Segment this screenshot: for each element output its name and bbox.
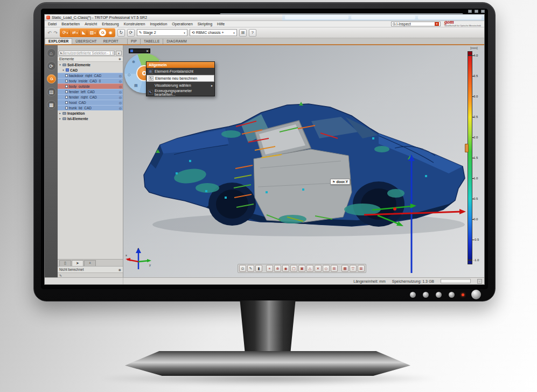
element-flag-label[interactable]: ⚑ door.Y: [330, 179, 350, 185]
chevron-down-icon[interactable]: ▾: [62, 68, 65, 72]
menu-erfassung[interactable]: Erfassung: [102, 22, 119, 26]
menu-datei[interactable]: Datei: [48, 22, 57, 26]
menu-hilfe[interactable]: Hilfe: [217, 22, 225, 26]
close-icon[interactable]: ✕: [146, 50, 149, 53]
menu-item-frontalansicht[interactable]: ⊞ Element-Frontalansicht: [147, 68, 214, 75]
pie-icon[interactable]: ▤: [134, 83, 138, 88]
tab-tabelle[interactable]: TABELLE: [140, 39, 163, 44]
viewport-tool-button[interactable]: ▦: [341, 265, 348, 272]
grid-view-button[interactable]: ⊞: [239, 29, 247, 37]
search-mode-icon[interactable]: [47, 74, 56, 83]
checkbox[interactable]: [65, 107, 68, 109]
viewport-tool-button[interactable]: ✎: [247, 265, 254, 272]
monitor-button[interactable]: [449, 292, 455, 298]
menu-item-erzeugungsparameter[interactable]: ✎ Erzeugungsparameter bearbeiten...: [147, 89, 214, 96]
rotate-tool-button[interactable]: ⟳▾: [61, 30, 69, 35]
visibility-icon[interactable]: ◎: [119, 106, 122, 110]
monitor-button[interactable]: [423, 292, 429, 298]
menu-konstruieren[interactable]: Konstruieren: [124, 22, 145, 26]
checkbox[interactable]: [65, 85, 68, 88]
visibility-icon[interactable]: ◎: [119, 74, 122, 78]
menu-skripting[interactable]: Skripting: [198, 22, 212, 26]
tree-node-cad[interactable]: ▾ CAD: [58, 67, 123, 73]
viewport-tool-button[interactable]: ⊠: [358, 265, 365, 272]
redo-icon[interactable]: ↷: [54, 30, 58, 36]
tree-node-ist-elemente[interactable]: ▸ Ist-Elemente: [58, 116, 123, 121]
grid-icon[interactable]: ▦: [47, 100, 56, 109]
minimize-icon[interactable]: [468, 10, 472, 13]
home-icon[interactable]: ⌂: [47, 48, 56, 58]
snapshot-button[interactable]: ◉: [108, 30, 114, 35]
i-inspect-button[interactable]: [99, 29, 106, 36]
menu-bearbeiten[interactable]: Bearbeiten: [61, 22, 80, 26]
search-dropdown-button[interactable]: ▾: [435, 22, 439, 26]
tab-pip[interactable]: PIP: [127, 39, 140, 44]
close-icon[interactable]: [481, 10, 485, 13]
tree-item-backdoor-right[interactable]: backdoor_right_CAD ◎: [58, 73, 123, 78]
checkbox[interactable]: [65, 101, 68, 104]
maximize-icon[interactable]: [475, 10, 478, 13]
selection-search-input[interactable]: Benutzerdefinierte Selektion - 1 E: [59, 51, 115, 55]
visibility-icon[interactable]: ◎: [119, 101, 122, 104]
chevron-right-icon[interactable]: ▸: [59, 117, 61, 120]
menu-item-neu-berechnen[interactable]: ↻ Elemente neu berechnen: [147, 75, 214, 82]
tab-explorer[interactable]: EXPLORER: [45, 38, 72, 44]
i-inspect-search[interactable]: I-Inspect ▾: [391, 22, 441, 26]
explorer-splitter[interactable]: [58, 45, 123, 50]
recalculate-button[interactable]: ↻: [117, 29, 125, 37]
refresh-button[interactable]: ⟳: [127, 29, 135, 37]
tab-cursor[interactable]: ➤: [72, 260, 83, 266]
checkbox[interactable]: [65, 80, 68, 82]
tab-diagramm[interactable]: DIAGRAMM: [163, 39, 190, 44]
scale-slider-handle[interactable]: [465, 144, 469, 152]
viewport-tool-button[interactable]: ▮: [255, 265, 262, 272]
viewport-tool-button[interactable]: ▢: [290, 265, 297, 272]
pie-icon[interactable]: ⊕: [132, 60, 135, 64]
tree-node-inspektion[interactable]: ▸ Inspektion: [58, 110, 123, 116]
selection-dropdown-button[interactable]: ▾: [116, 51, 122, 55]
viewport-tool-button[interactable]: ✕: [315, 265, 322, 272]
tab-report[interactable]: REPORT: [100, 39, 122, 44]
panel-icon[interactable]: ▤: [47, 87, 56, 96]
tab-add[interactable]: +: [84, 260, 96, 266]
chevron-down-icon[interactable]: ▾: [59, 63, 61, 66]
checkbox[interactable]: [65, 74, 68, 77]
power-button[interactable]: [471, 290, 481, 299]
3d-viewport[interactable]: ✕ ⊕ ◇ ▤ ✕ △ Allgeme: [123, 45, 484, 277]
checkbox[interactable]: [65, 96, 68, 99]
menu-operationen[interactable]: Operationen: [172, 22, 193, 26]
edit-icon[interactable]: ✎: [59, 274, 62, 277]
viewport-tool-button[interactable]: △: [306, 265, 313, 272]
viewport-tool-button[interactable]: ⌖: [266, 265, 273, 272]
viewport-tool-button[interactable]: ◇: [323, 265, 330, 272]
transform-tool-button[interactable]: ⇄▾: [71, 30, 79, 35]
tree-item-trunk-lid[interactable]: trunk_lid_CAD ◎: [58, 105, 123, 110]
menu-inspektion[interactable]: Inspektion: [150, 22, 167, 26]
monitor-button[interactable]: [410, 292, 416, 298]
visibility-icon[interactable]: ◎: [119, 90, 122, 94]
visibility-icon[interactable]: ◎: [119, 95, 122, 99]
viewport-tool-button[interactable]: ⊕: [274, 265, 281, 272]
chevron-right-icon[interactable]: ▸: [59, 111, 61, 115]
tree-item-fender-left[interactable]: fender_left_CAD ◎: [58, 89, 123, 94]
menu-ansicht[interactable]: Ansicht: [85, 22, 97, 26]
tab-properties[interactable]: ▯: [59, 260, 71, 266]
measure-tool-button[interactable]: ◣: [81, 30, 87, 35]
viewport-tool-button[interactable]: ⊙: [239, 265, 246, 272]
monitor-button[interactable]: [436, 292, 442, 298]
undo-icon[interactable]: ↶: [47, 30, 52, 36]
chassis-select[interactable]: ⟲ RBMC chassis + ▾: [190, 29, 237, 36]
report-tool-button[interactable]: ▨▾: [89, 30, 97, 35]
checkbox[interactable]: [65, 90, 68, 93]
menu-item-visualisierung[interactable]: Visualisierung wählen ▸: [147, 82, 214, 89]
status-close-button[interactable]: ▫: [477, 279, 482, 284]
tree-node-soll-elemente[interactable]: ▾ Soll-Elemente: [58, 62, 123, 67]
tree-item-body-inside[interactable]: body_inside_CAD_0 ◎: [58, 78, 123, 83]
orbit-icon[interactable]: ⟳: [47, 61, 56, 71]
viewport-tool-button[interactable]: ▣: [298, 265, 305, 272]
visibility-icon[interactable]: ◎: [119, 79, 122, 83]
visibility-icon[interactable]: ◎: [119, 85, 122, 88]
tree-item-hood[interactable]: hood_CAD ◎: [58, 100, 123, 105]
tab-uebersicht[interactable]: ÜBERSICHT: [72, 39, 100, 44]
mini-window-titlebar[interactable]: ✕: [129, 48, 150, 53]
